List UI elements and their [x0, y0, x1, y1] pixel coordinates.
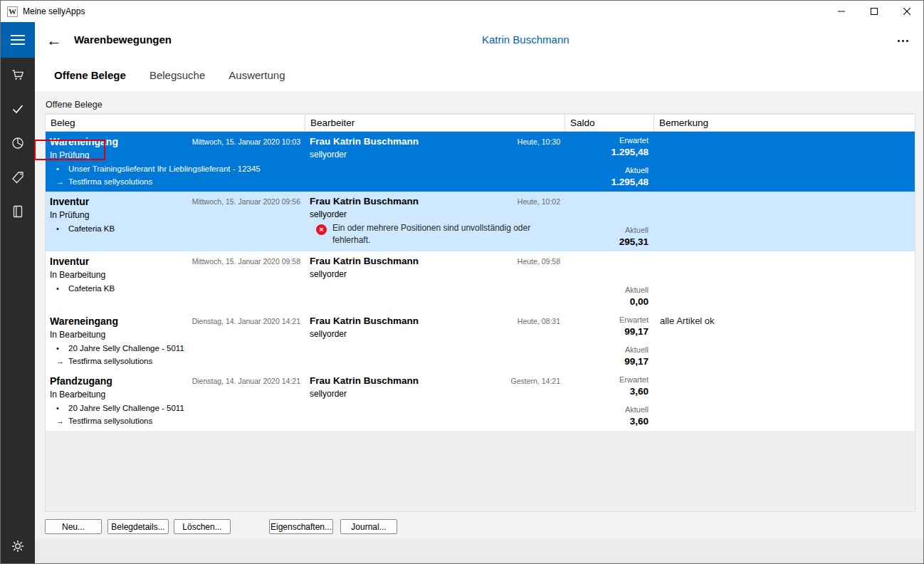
editor-time: Heute, 08:31 [518, 317, 560, 325]
document-date: Dienstag, 14. Januar 2020 14:21 [192, 377, 300, 385]
tab-offene-belege[interactable]: Offene Belege [54, 69, 126, 81]
editor-app: sellyorder [310, 389, 561, 399]
document-date: Mittwoch, 15. Januar 2020 10:03 [192, 137, 300, 146]
book-icon [11, 204, 25, 219]
table-row[interactable]: Wareneingang Dienstag, 14. Januar 2020 1… [46, 311, 915, 371]
saldo-actual-value: 3,60 [565, 416, 649, 427]
ellipsis-icon [898, 40, 900, 42]
editor-time: Heute, 10:30 [518, 137, 560, 146]
saldo-expected-value: 3,60 [565, 386, 649, 397]
close-icon [903, 8, 910, 15]
saldo-actual-label: Aktuell [565, 226, 649, 234]
pie-chart-icon [11, 136, 25, 150]
document-status: In Bearbeitung [50, 330, 301, 340]
sidebar-item-preise[interactable] [1, 160, 35, 194]
hamburger-button[interactable] [1, 22, 35, 58]
sidebar-item-belege[interactable] [1, 92, 35, 126]
sidebar-item-auswertung[interactable] [1, 126, 35, 160]
saldo-actual-label: Aktuell [565, 286, 649, 294]
tag-icon [11, 170, 25, 184]
table-row[interactable]: Inventur Mittwoch, 15. Januar 2020 09:56… [46, 192, 915, 251]
document-date: Mittwoch, 15. Januar 2020 09:56 [192, 197, 300, 206]
table-row[interactable]: Inventur Mittwoch, 15. Januar 2020 09:58… [46, 251, 915, 311]
page-header: ← Warenbewegungen Katrin Buschmann [35, 22, 923, 59]
saldo-actual-value: 99,17 [565, 356, 649, 367]
error-message: Ein oder mehrere Positionen sind unvolls… [332, 222, 551, 247]
sidebar-item-cart[interactable] [1, 58, 35, 92]
sidebar [1, 22, 35, 563]
column-header-beleg[interactable]: Beleg [46, 115, 305, 131]
document-partner-line: 20 Jahre Selly Challenge - 5011 [50, 404, 301, 412]
document-status: In Bearbeitung [50, 390, 301, 400]
bullet-icon [56, 224, 68, 233]
editor-time: Heute, 10:02 [518, 197, 560, 206]
document-status: In Prüfung [50, 150, 301, 160]
table-row[interactable]: Wareneingang Mittwoch, 15. Januar 2020 1… [46, 132, 915, 192]
more-button[interactable] [892, 32, 913, 49]
saldo-actual-label: Aktuell [565, 345, 649, 354]
error-box: × Ein oder mehrere Positionen sind unvol… [316, 222, 551, 247]
minimize-button[interactable] [825, 1, 858, 22]
back-arrow-icon: ← [46, 31, 62, 49]
saldo-expected-value: 1.295,48 [565, 147, 649, 157]
close-button[interactable] [891, 1, 923, 22]
document-status: In Bearbeitung [50, 270, 301, 280]
bullet-icon [56, 344, 68, 352]
document-partner-line: 20 Jahre Selly Challenge - 5011 [50, 344, 301, 352]
tab-belegsuche[interactable]: Belegsuche [149, 69, 205, 81]
column-header-saldo[interactable]: Saldo [565, 115, 654, 131]
sidebar-item-journal[interactable] [1, 194, 35, 229]
document-company-line: Testfirma sellysolutions [50, 177, 301, 186]
maximize-icon [871, 8, 878, 15]
document-date: Dienstag, 14. Januar 2020 14:21 [192, 317, 300, 325]
editor-app: sellyorder [310, 150, 561, 160]
arrow-icon [56, 357, 68, 365]
bullet-icon [56, 404, 68, 412]
saldo-actual-label: Aktuell [565, 405, 649, 414]
saldo-actual-value: 1.295,48 [565, 177, 649, 187]
editor-app: sellyorder [310, 329, 561, 339]
saldo-expected-label: Erwartet [565, 136, 649, 145]
document-list: Beleg Bearbeiter Saldo Bemerkung Warenei… [45, 113, 915, 512]
editor-app: sellyorder [310, 269, 561, 279]
sidebar-item-settings[interactable] [1, 529, 35, 563]
details-button[interactable]: Belegdetails... [107, 519, 169, 534]
cart-icon [11, 68, 25, 82]
tab-bar: Offene Belege Belegsuche Auswertung [35, 59, 923, 91]
document-partner-line: Cafeteria KB [50, 224, 301, 233]
window-controls [825, 1, 923, 22]
window-title: Meine sellyApps [23, 6, 85, 16]
maximize-button[interactable] [858, 1, 891, 22]
list-label: Offene Belege [46, 100, 103, 110]
saldo-actual-value: 0,00 [565, 296, 649, 307]
user-name[interactable]: Katrin Buschmann [482, 33, 569, 46]
document-partner-line: Cafeteria KB [50, 284, 301, 293]
tab-auswertung[interactable]: Auswertung [229, 69, 285, 81]
delete-button[interactable]: Löschen... [174, 519, 231, 534]
column-header-bemerkung[interactable]: Bemerkung [654, 115, 915, 131]
editor-time: Gestern, 14:21 [511, 377, 560, 385]
editor-time: Heute, 09:58 [518, 257, 560, 266]
table-row[interactable]: Pfandzugang Dienstag, 14. Januar 2020 14… [46, 371, 915, 431]
editor-app: sellyorder [310, 209, 561, 219]
check-icon [11, 102, 25, 116]
note-text: alle Artikel ok [660, 315, 909, 326]
bullet-icon [56, 164, 68, 173]
column-header-bearbeiter[interactable]: Bearbeiter [305, 115, 565, 131]
back-button[interactable]: ← [42, 28, 66, 53]
document-status: In Prüfung [50, 210, 301, 220]
window-titlebar: W Meine sellyApps [1, 1, 923, 22]
menu-icon [11, 35, 25, 36]
table-header: Beleg Bearbeiter Saldo Bemerkung [46, 114, 915, 132]
saldo-expected-value: 99,17 [565, 326, 649, 337]
new-button[interactable]: Neu... [45, 519, 102, 534]
saldo-expected-label: Erwartet [565, 315, 649, 324]
saldo-expected-label: Erwartet [565, 375, 649, 384]
journal-button[interactable]: Journal... [340, 519, 397, 534]
properties-button[interactable]: Eigenschaften... [269, 519, 333, 534]
arrow-icon [56, 417, 68, 425]
error-icon: × [316, 224, 327, 235]
bullet-icon [56, 284, 68, 293]
gear-icon [11, 539, 25, 553]
page-title: Warenbewegungen [74, 33, 172, 46]
